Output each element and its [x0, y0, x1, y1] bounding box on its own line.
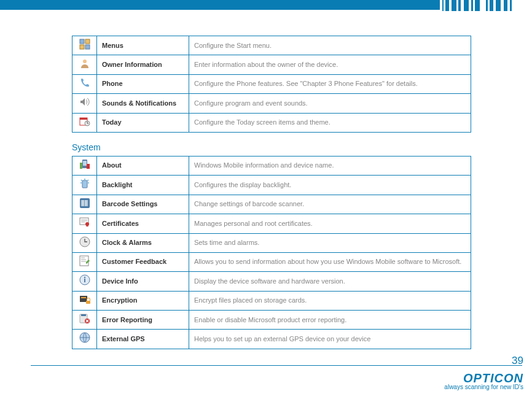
setting-name: Backlight [97, 176, 189, 195]
gps-icon [79, 332, 90, 343]
setting-name: Barcode Settings [97, 195, 189, 214]
setting-desc: Configure program and event sounds. [189, 94, 471, 113]
svg-rect-17 [85, 200, 87, 206]
svg-rect-0 [80, 39, 84, 44]
svg-rect-2 [80, 45, 84, 49]
svg-rect-28 [86, 301, 90, 304]
svg-rect-6 [80, 118, 87, 120]
table-row: Certificates Manages personal and root c… [72, 214, 471, 233]
table-row: Phone Configure the Phone features. See … [72, 74, 471, 93]
svg-rect-30 [81, 314, 86, 316]
setting-desc: Enter information about the owner of the… [189, 55, 471, 74]
clock-icon [79, 236, 90, 247]
table-row: Sounds & Notifications Configure program… [72, 94, 471, 113]
svg-rect-24 [84, 279, 85, 282]
setting-name: Encryption [97, 291, 189, 310]
setting-name: Customer Feedback [97, 252, 189, 271]
encryption-icon [79, 294, 90, 305]
table-row: External GPS Helps you to set up an exte… [72, 330, 471, 349]
phone-icon [79, 77, 90, 88]
sounds-icon [79, 96, 90, 107]
setting-desc: Allows you to send information about how… [189, 252, 471, 271]
svg-rect-16 [84, 200, 85, 206]
table-row: Encryption Encrypt files placed on stora… [72, 291, 471, 310]
setting-desc: Configures the display backlight. [189, 176, 471, 195]
setting-desc: Change settings of barcode scanner. [189, 195, 471, 214]
setting-desc: Configure the Today screen items and the… [189, 113, 471, 132]
menus-icon [79, 39, 90, 50]
table-row: Device Info Display the device software … [72, 272, 471, 291]
setting-desc: Windows Mobile information and device na… [189, 156, 471, 175]
device-info-icon [79, 274, 90, 285]
setting-name: Error Reporting [97, 311, 189, 330]
backlight-icon [79, 178, 90, 189]
svg-rect-22 [80, 256, 88, 266]
table-row: Error Reporting Enable or disable Micros… [72, 311, 471, 330]
setting-name: Phone [97, 74, 189, 93]
table-row: Clock & Alarms Sets time and alarms. [72, 233, 471, 252]
setting-name: Sounds & Notifications [97, 94, 189, 113]
feedback-icon [79, 255, 90, 266]
table-row: Customer Feedback Allows you to send inf… [72, 252, 471, 271]
svg-rect-3 [85, 45, 90, 49]
table-row: Menus Configure the Start menu. [72, 36, 471, 55]
barcode-decoration [440, 0, 532, 11]
personal-settings-table: Menus Configure the Start menu. Owner In… [72, 36, 471, 133]
setting-name: Owner Information [97, 55, 189, 74]
setting-name: Clock & Alarms [97, 233, 189, 252]
table-row: Backlight Configures the display backlig… [72, 176, 471, 195]
setting-desc: Helps you to set up an external GPS devi… [189, 330, 471, 349]
svg-rect-15 [82, 200, 84, 206]
setting-desc: Sets time and alarms. [189, 233, 471, 252]
setting-name: Device Info [97, 272, 189, 291]
table-row: About Windows Mobile information and dev… [72, 156, 471, 175]
setting-desc: Enable or disable Microsoft product erro… [189, 311, 471, 330]
today-icon [79, 116, 90, 127]
svg-rect-18 [87, 200, 88, 206]
brand-logo: OPTICON always scanning for new ID's [444, 371, 523, 390]
footer-divider [31, 365, 522, 366]
svg-point-4 [83, 60, 87, 63]
setting-name: External GPS [97, 330, 189, 349]
setting-desc: Configure the Phone features. See "Chapt… [189, 74, 471, 93]
table-row: Today Configure the Today screen items a… [72, 113, 471, 132]
setting-desc: Configure the Start menu. [189, 36, 471, 55]
barcode-icon [79, 198, 90, 209]
certificates-icon [79, 217, 90, 228]
setting-name: Menus [97, 36, 189, 55]
svg-point-25 [84, 277, 85, 278]
error-report-icon [79, 313, 90, 324]
section-heading-system: System [72, 142, 471, 152]
svg-rect-9 [83, 161, 87, 166]
table-row: Owner Information Enter information abou… [72, 55, 471, 74]
svg-rect-12 [82, 180, 87, 188]
owner-info-icon [79, 58, 90, 69]
table-row: Barcode Settings Change settings of barc… [72, 195, 471, 214]
svg-rect-10 [80, 163, 82, 169]
brand-tagline: always scanning for new ID's [444, 384, 523, 390]
setting-desc: Display the device software and hardware… [189, 272, 471, 291]
svg-rect-1 [85, 39, 90, 44]
svg-rect-11 [87, 164, 90, 169]
page-content: Menus Configure the Start menu. Owner In… [72, 36, 471, 349]
svg-rect-27 [81, 297, 86, 298]
setting-name: Today [97, 113, 189, 132]
system-settings-table: About Windows Mobile information and dev… [72, 156, 471, 349]
setting-name: Certificates [97, 214, 189, 233]
setting-desc: Encrypt files placed on storage cards. [189, 291, 471, 310]
about-icon [79, 159, 90, 170]
setting-desc: Manages personal and root certificates. [189, 214, 471, 233]
setting-name: About [97, 156, 189, 175]
svg-rect-14 [81, 200, 82, 206]
